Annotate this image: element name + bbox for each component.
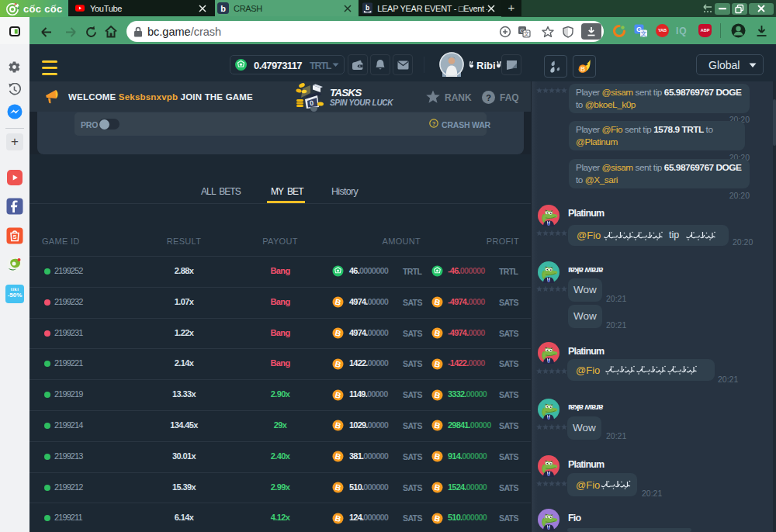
- svg-text:文: 文: [524, 30, 530, 37]
- svg-text:b: b: [365, 4, 369, 12]
- svg-text:?: ?: [486, 93, 491, 102]
- svg-text:文: 文: [641, 30, 647, 37]
- svg-text:?: ?: [432, 120, 436, 127]
- svg-text:S: S: [12, 233, 16, 240]
- svg-text:B: B: [580, 64, 585, 72]
- svg-text:b: b: [220, 4, 226, 13]
